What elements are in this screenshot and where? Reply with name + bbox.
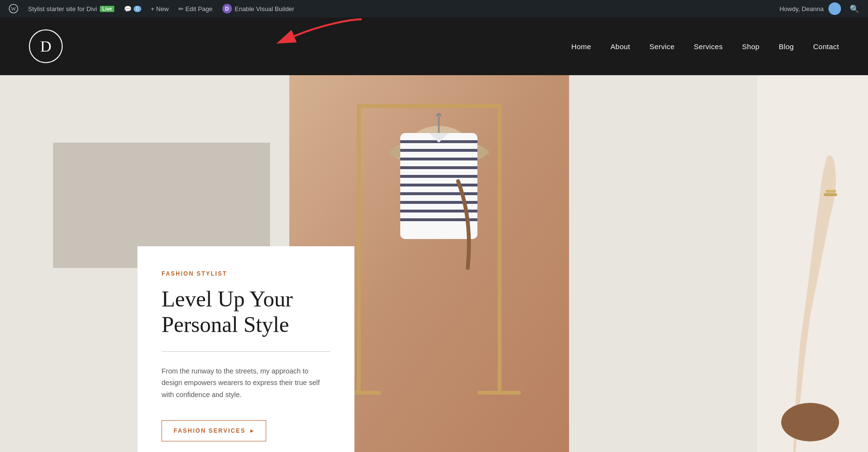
new-item[interactable]: + New [147,0,173,17]
main-content: Fashion Stylist Level Up Your Personal S… [0,75,868,452]
svg-rect-18 [400,175,477,178]
hero-category: Fashion Stylist [162,270,330,277]
new-label: + New [151,5,169,13]
wp-logo-item[interactable]: W [5,0,22,17]
enable-visual-builder-item[interactable]: D Enable Visual Builder [218,0,298,17]
hero-card: Fashion Stylist Level Up Your Personal S… [137,246,354,452]
svg-point-28 [781,403,839,441]
comment-count: 0 [134,6,141,12]
howdy-text: Howdy, Deanna [779,5,824,13]
site-logo[interactable]: D [29,29,63,63]
wp-icon: W [9,4,18,13]
site-name-text: Stylist starter site for Divi [28,5,97,13]
edit-page-item[interactable]: ✏ Edit Page [175,0,217,17]
svg-rect-20 [400,192,477,195]
svg-rect-9 [477,391,521,395]
comments-item[interactable]: 💬 0 [120,0,145,17]
site-header: D Home About Service Services Shop Blog … [0,17,868,75]
hero-cta-button[interactable]: Fashion Services ▸ [162,420,266,441]
nav-blog[interactable]: Blog [779,42,794,51]
site-nav: Home About Service Services Shop Blog Co… [571,42,839,51]
nav-services[interactable]: Services [694,42,723,51]
live-badge: Live [100,6,114,12]
divi-icon: D [222,4,232,13]
hero-description: From the runway to the streets, my appro… [162,365,330,401]
site-name-item[interactable]: Stylist starter site for Divi Live [24,0,118,17]
svg-rect-27 [826,190,836,193]
admin-bar-right: Howdy, Deanna 🔍 [779,2,863,15]
comment-icon: 💬 [124,5,132,13]
edit-page-label: ✏ Edit Page [178,5,213,13]
admin-bar: W Stylist starter site for Divi Live 💬 0… [0,0,868,17]
svg-rect-15 [400,149,477,152]
hero-image-right [757,75,868,452]
svg-text:W: W [11,6,16,12]
nav-contact[interactable]: Contact [813,42,839,51]
svg-rect-16 [400,158,477,160]
svg-rect-26 [824,193,837,196]
nav-home[interactable]: Home [571,42,591,51]
nav-service[interactable]: Service [650,42,675,51]
enable-visual-builder-label: Enable Visual Builder [235,5,294,13]
svg-rect-7 [498,104,502,393]
svg-rect-6 [357,104,361,393]
svg-rect-5 [357,104,502,108]
hero-divider [162,351,330,352]
nav-about[interactable]: About [610,42,630,51]
nav-shop[interactable]: Shop [742,42,760,51]
avatar [828,2,841,15]
svg-rect-17 [400,166,477,169]
svg-rect-19 [400,184,477,186]
hero-title: Level Up Your Personal Style [162,287,330,338]
search-icon[interactable]: 🔍 [846,4,863,13]
